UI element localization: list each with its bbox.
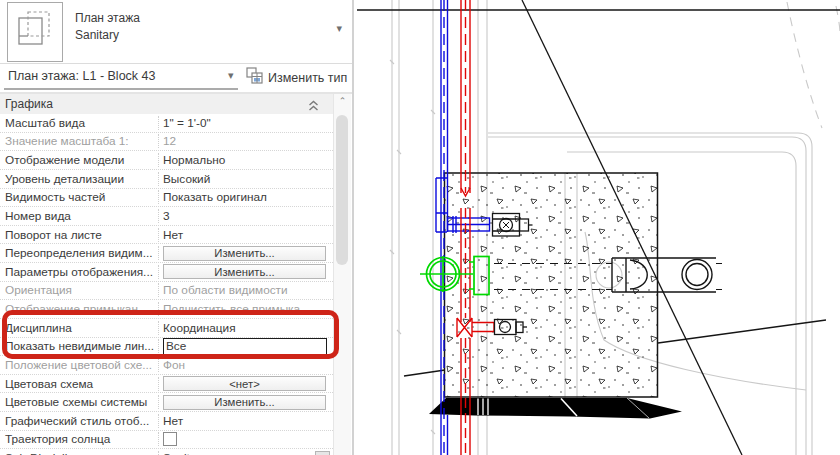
property-value[interactable]: Высокий bbox=[159, 170, 333, 188]
property-value[interactable]: Нет bbox=[159, 412, 333, 430]
property-value[interactable]: Подчистить все примыка... bbox=[159, 300, 333, 318]
property-label: Отображение примыкан... bbox=[0, 302, 159, 316]
type-combo-row: План этажа: L1 - Block 43 ▾ Изменить тип bbox=[0, 64, 352, 94]
property-label: Поворот на листе bbox=[0, 228, 159, 242]
property-row: Отображение моделиНормально bbox=[0, 151, 333, 170]
revit-window: План этажа Sanitary ▾ План этажа: L1 - B… bbox=[0, 0, 840, 455]
property-label: Видимость частей bbox=[0, 190, 159, 204]
property-row: Значение масштаба 1:12 bbox=[0, 133, 333, 152]
property-value: Изменить... bbox=[159, 393, 333, 411]
combo-underline bbox=[4, 88, 238, 90]
property-row: Цветовая схема<нет> bbox=[0, 375, 333, 394]
property-label: Ориентация bbox=[0, 283, 159, 297]
property-value[interactable]: Нет bbox=[159, 226, 333, 244]
property-value[interactable] bbox=[159, 431, 333, 449]
group-header-label: Графика bbox=[5, 97, 53, 111]
property-row: Уровень детализацииВысокий bbox=[0, 170, 333, 189]
property-label: Траектория солнца bbox=[0, 432, 159, 446]
property-label: Переопределения видим... bbox=[0, 246, 159, 260]
property-value[interactable]: Нормально bbox=[159, 151, 333, 169]
property-row: Траектория солнца bbox=[0, 431, 333, 450]
property-label: Показать невидимые лин... bbox=[0, 339, 159, 353]
property-value[interactable]: Все bbox=[159, 338, 333, 356]
property-label: Цветовые схемы системы bbox=[0, 395, 159, 409]
property-row: Номер вида3 bbox=[0, 207, 333, 226]
modify-button[interactable]: Изменить... bbox=[163, 395, 326, 410]
modify-button[interactable]: Изменить... bbox=[163, 264, 326, 279]
property-row: ДисциплинаКоординация bbox=[0, 319, 333, 338]
scrollbar[interactable]: ⌃ bbox=[333, 94, 351, 455]
modify-button[interactable]: <нет> bbox=[163, 376, 326, 391]
property-row: Показать невидимые лин...Все bbox=[0, 338, 333, 357]
property-label: Отображение модели bbox=[0, 153, 159, 167]
value-editbox[interactable]: Все bbox=[163, 338, 327, 355]
type-category: План этажа bbox=[75, 10, 140, 26]
property-value[interactable]: Фон bbox=[159, 356, 333, 374]
modify-button[interactable]: Изменить... bbox=[163, 246, 326, 261]
property-value[interactable]: Показать оригинал bbox=[159, 189, 333, 207]
properties-rows: Масштаб вида1" = 1'-0"Значение масштаба … bbox=[0, 114, 333, 455]
property-value: Изменить... bbox=[159, 244, 333, 262]
wall-section-fill bbox=[429, 398, 682, 419]
scrollbar-thumb[interactable] bbox=[336, 115, 348, 265]
property-label: Sub-Discipline bbox=[0, 451, 159, 455]
property-value[interactable]: 3 bbox=[159, 207, 333, 225]
property-row: Отображение примыкан...Подчистить все пр… bbox=[0, 300, 333, 319]
floor-plan-icon bbox=[7, 2, 63, 62]
browse-button[interactable] bbox=[315, 451, 330, 455]
property-value: <нет> bbox=[159, 375, 333, 393]
property-row: Переопределения видим...Изменить... bbox=[0, 244, 333, 263]
property-row: Масштаб вида1" = 1'-0" bbox=[0, 114, 333, 133]
property-value[interactable]: По области видимости bbox=[159, 282, 333, 300]
checkbox[interactable] bbox=[163, 432, 177, 446]
property-row: Параметры отображения...Изменить... bbox=[0, 263, 333, 282]
chevron-down-icon[interactable]: ▾ bbox=[228, 69, 234, 82]
property-label: Значение масштаба 1: bbox=[0, 134, 159, 148]
property-row: Поворот на листеНет bbox=[0, 226, 333, 245]
property-row: Цветовые схемы системыИзменить... bbox=[0, 393, 333, 412]
chevron-down-icon[interactable]: ▾ bbox=[336, 22, 342, 35]
edit-type-button[interactable]: Изменить тип bbox=[246, 67, 347, 88]
property-value: Изменить... bbox=[159, 263, 333, 281]
type-selector[interactable]: План этажа Sanitary ▾ bbox=[0, 0, 352, 64]
property-label: Номер вида bbox=[0, 209, 159, 223]
property-row: ОриентацияПо области видимости bbox=[0, 282, 333, 301]
property-label: Масштаб вида bbox=[0, 116, 159, 130]
type-combo[interactable]: План этажа: L1 - Block 43 bbox=[8, 69, 155, 83]
property-value[interactable]: 1" = 1'-0" bbox=[159, 114, 333, 132]
property-value[interactable]: Координация bbox=[159, 319, 333, 337]
property-label: Положение цветовой схе... bbox=[0, 358, 159, 372]
property-value[interactable]: Sanitary bbox=[159, 449, 333, 455]
property-label: Дисциплина bbox=[0, 321, 159, 335]
property-value[interactable]: 12 bbox=[159, 133, 333, 151]
group-header-grafika[interactable]: Графика bbox=[0, 94, 333, 115]
floor-plan-view bbox=[355, 0, 840, 455]
properties-panel: План этажа Sanitary ▾ План этажа: L1 - B… bbox=[0, 0, 355, 455]
property-label: Параметры отображения... bbox=[0, 265, 159, 279]
property-row: Sub-DisciplineSanitary bbox=[0, 449, 333, 455]
edit-type-label: Изменить тип bbox=[268, 71, 347, 85]
scroll-up-icon[interactable]: ⌃ bbox=[334, 96, 351, 106]
edit-type-icon bbox=[246, 67, 263, 88]
property-label: Цветовая схема bbox=[0, 377, 159, 391]
property-row: Видимость частейПоказать оригинал bbox=[0, 189, 333, 208]
panel-divider bbox=[352, 0, 354, 455]
property-label: Графический стиль отоб... bbox=[0, 414, 159, 428]
property-label: Уровень детализации bbox=[0, 172, 159, 186]
property-row: Положение цветовой схе...Фон bbox=[0, 356, 333, 375]
type-name: Sanitary bbox=[75, 27, 119, 43]
property-row: Графический стиль отоб...Нет bbox=[0, 412, 333, 431]
drawing-canvas[interactable] bbox=[355, 0, 840, 455]
